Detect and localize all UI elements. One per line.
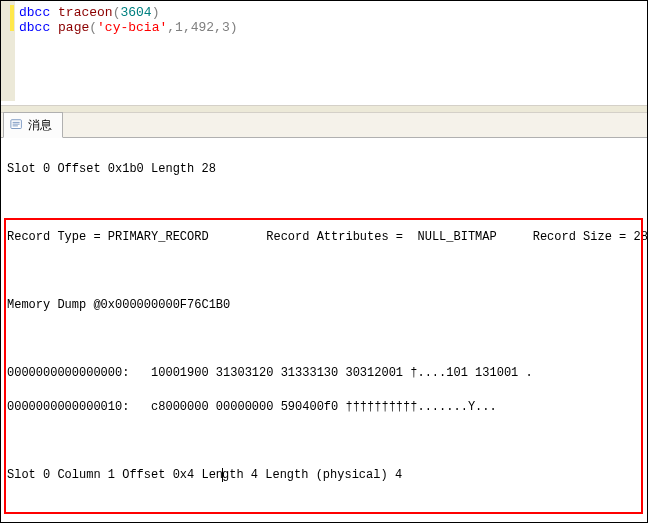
sql-paren: ( — [89, 20, 97, 35]
sql-paren: ) — [230, 20, 238, 35]
output-line: Slot 0 Offset 0x1b0 Length 28 — [7, 161, 641, 178]
output-blank — [7, 501, 641, 518]
output-blank — [7, 331, 641, 348]
messages-icon — [10, 118, 24, 132]
results-tabbar: 消息 — [1, 113, 647, 138]
messages-pane[interactable]: Slot 0 Offset 0x1b0 Length 28 Record Typ… — [1, 138, 647, 523]
sql-paren: ) — [152, 5, 160, 20]
pane-splitter[interactable] — [1, 105, 647, 113]
execution-marker — [10, 5, 14, 31]
output-blank — [7, 263, 641, 280]
output-line: 0000000000000010: c8000000 00000000 5904… — [7, 399, 641, 416]
output-line: Memory Dump @0x000000000F76C1B0 — [7, 297, 641, 314]
sql-editor-pane[interactable]: dbcc traceon(3604) dbcc page('cy-bcia',1… — [1, 1, 647, 101]
output-blank — [7, 195, 641, 212]
sql-func: traceon — [58, 5, 113, 20]
tab-messages-label: 消息 — [28, 117, 52, 134]
sql-number: 3604 — [120, 5, 151, 20]
output-line: 0000000000000000: 10001900 31303120 3133… — [7, 365, 641, 382]
tab-messages[interactable]: 消息 — [3, 112, 63, 138]
output-line: Slot 0 Column 1 Offset 0x4 Length 4 Leng… — [7, 467, 641, 484]
sql-keyword: dbcc — [19, 5, 50, 20]
sql-args: ,1,492,3 — [167, 20, 229, 35]
sql-string: 'cy-bcia' — [97, 20, 167, 35]
sql-code[interactable]: dbcc traceon(3604) dbcc page('cy-bcia',1… — [19, 5, 643, 35]
output-line: Record Type = PRIMARY_RECORD Record Attr… — [7, 229, 641, 246]
sql-keyword: dbcc — [19, 20, 50, 35]
output-blank — [7, 433, 641, 450]
sql-func: page — [58, 20, 89, 35]
